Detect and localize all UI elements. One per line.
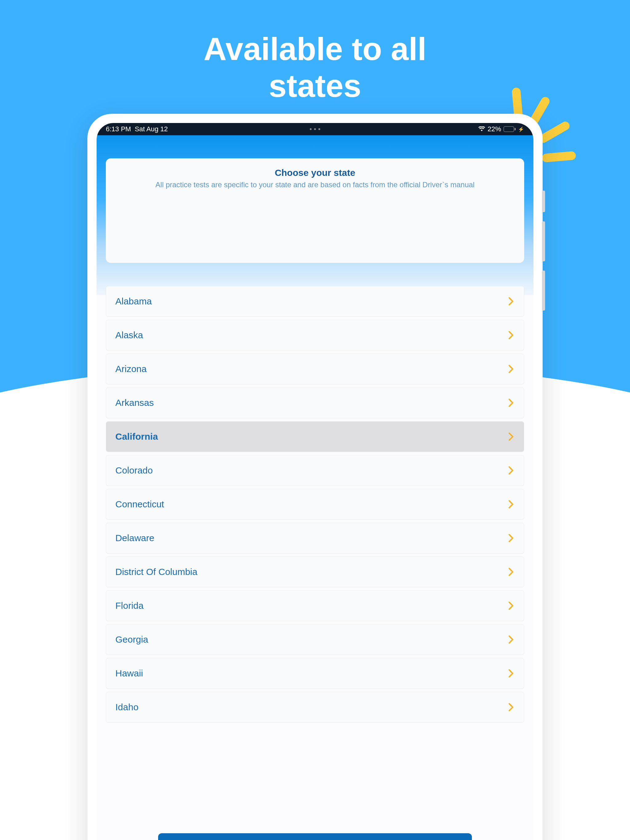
state-row[interactable]: Alabama <box>106 286 524 317</box>
header-card-subtitle: All practice tests are specific to your … <box>118 180 512 189</box>
chevron-right-icon <box>507 669 514 677</box>
state-label: Florida <box>116 600 144 611</box>
state-label: Arizona <box>116 364 147 374</box>
state-label: Colorado <box>116 465 153 476</box>
state-row[interactable]: Connecticut <box>106 489 524 519</box>
state-label: California <box>116 431 158 442</box>
chevron-right-icon <box>507 399 514 406</box>
battery-icon <box>503 126 516 132</box>
chevron-right-icon <box>507 534 514 542</box>
chevron-right-icon <box>507 298 514 305</box>
state-label: Alabama <box>116 296 152 306</box>
state-row[interactable]: Colorado <box>106 455 524 486</box>
state-row[interactable]: Alaska <box>106 320 524 351</box>
state-label: Idaho <box>116 702 138 712</box>
wifi-icon <box>478 125 485 133</box>
header-card: Choose your state All practice tests are… <box>106 158 524 263</box>
battery-percentage: 22% <box>488 125 501 133</box>
state-label: Alaska <box>116 330 143 340</box>
status-bar: 6:13 PM Sat Aug 12 22% ⚡ <box>97 123 533 135</box>
app-header: Choose your state All practice tests are… <box>97 135 533 295</box>
chevron-right-icon <box>507 365 514 373</box>
state-label: Hawaii <box>116 668 143 679</box>
state-label: District Of Columbia <box>116 567 198 577</box>
status-date: Sat Aug 12 <box>135 125 168 133</box>
state-label: Connecticut <box>116 499 164 510</box>
state-row[interactable]: District Of Columbia <box>106 556 524 587</box>
chevron-right-icon <box>507 467 514 474</box>
status-time: 6:13 PM <box>106 125 131 133</box>
chevron-right-icon <box>507 568 514 576</box>
state-row[interactable]: Idaho <box>106 692 524 723</box>
device-screen: 6:13 PM Sat Aug 12 22% ⚡ Choose y <box>97 123 533 840</box>
device-frame: 6:13 PM Sat Aug 12 22% ⚡ Choose y <box>87 114 543 840</box>
charging-icon: ⚡ <box>518 126 524 132</box>
state-row[interactable]: Arizona <box>106 354 524 384</box>
state-list: AlabamaAlaskaArizonaArkansasCaliforniaCo… <box>97 286 533 723</box>
state-row[interactable]: Delaware <box>106 523 524 553</box>
chevron-right-icon <box>507 602 514 609</box>
state-row[interactable]: Arkansas <box>106 387 524 418</box>
state-row[interactable]: Florida <box>106 591 524 621</box>
promo-title-line1: Available to all <box>0 31 630 68</box>
header-card-title: Choose your state <box>118 167 512 178</box>
state-label: Arkansas <box>116 398 154 408</box>
status-dots-icon <box>310 128 320 130</box>
chevron-right-icon <box>507 704 514 711</box>
state-label: Delaware <box>116 533 154 543</box>
chevron-right-icon <box>507 433 514 440</box>
state-row[interactable]: Hawaii <box>106 658 524 689</box>
state-label: Georgia <box>116 634 148 645</box>
chevron-right-icon <box>507 332 514 339</box>
chevron-right-icon <box>507 636 514 643</box>
device-side-buttons <box>542 191 545 320</box>
close-button[interactable]: CLOSE <box>158 833 472 840</box>
chevron-right-icon <box>507 501 514 508</box>
state-row[interactable]: California <box>106 421 524 452</box>
state-row[interactable]: Georgia <box>106 624 524 655</box>
